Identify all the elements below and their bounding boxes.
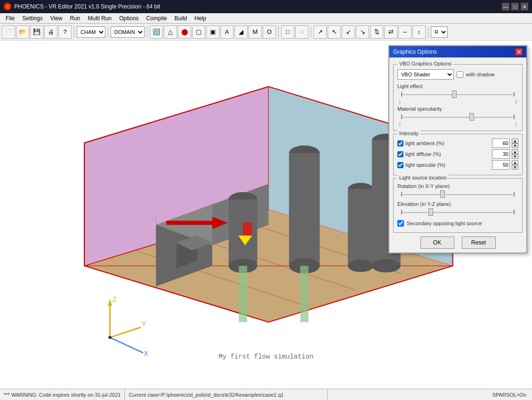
- toolbar-btn-q[interactable]: ⇄: [384, 25, 397, 39]
- light-ambient-input[interactable]: [492, 139, 510, 148]
- elevation-section: Elevation (in Y-Z plane): [397, 201, 518, 216]
- toolbar-btn-g[interactable]: ◢: [234, 25, 248, 39]
- material-specularity-section: Material specularity | |: [397, 106, 518, 127]
- ok-button[interactable]: OK: [420, 237, 454, 249]
- light-specular-down[interactable]: ▼: [512, 165, 518, 170]
- light-ambient-checkbox[interactable]: [397, 140, 403, 147]
- dialog-buttons: OK Reset: [393, 237, 523, 249]
- maximize-button[interactable]: □: [511, 3, 519, 10]
- material-max: |: [516, 122, 516, 127]
- vbo-group-box: VBO Graphics Options VBO Shader Fixed Pi…: [393, 64, 523, 131]
- menu-multirun[interactable]: Multi Run: [84, 14, 116, 23]
- toolbar-btn-f[interactable]: A: [220, 25, 234, 39]
- light-diffuse-input[interactable]: [492, 149, 510, 159]
- toolbar-btn-r[interactable]: ↔: [398, 25, 411, 39]
- light-specular-spinner[interactable]: ▲ ▼: [512, 160, 518, 170]
- light-specular-input[interactable]: [492, 160, 510, 170]
- titlebar-controls[interactable]: — □ ✕: [502, 3, 528, 10]
- toolbar: 📄 📂 💾 🖨 ? CHAM DOMAIN 🔢 △ ⬤ ▢ ▣ A ◢ M O …: [0, 24, 532, 41]
- toolbar-btn-m[interactable]: ↖: [328, 25, 341, 39]
- toolbar-btn-p[interactable]: ⇅: [370, 25, 383, 39]
- secondary-light-checkbox[interactable]: [397, 220, 404, 227]
- light-effect-slider[interactable]: [399, 90, 516, 98]
- cham-dropdown[interactable]: CHAM: [77, 26, 105, 38]
- secondary-light-label: Secondary opposing light source: [407, 220, 482, 226]
- shader-select[interactable]: VBO Shader Fixed Pipeline Software: [397, 69, 454, 80]
- light-diffuse-down[interactable]: ▼: [512, 154, 518, 159]
- svg-rect-24: [348, 189, 373, 266]
- vbo-group-label: VBO Graphics Options: [397, 61, 453, 66]
- open-button[interactable]: 📂: [16, 25, 29, 39]
- menu-build[interactable]: Build: [171, 14, 191, 23]
- light-specular-checkbox[interactable]: [397, 162, 403, 168]
- material-specularity-label: Material specularity: [397, 106, 518, 112]
- light-effect-label: Light effect: [397, 83, 518, 89]
- light-source-group-label: Light source location: [397, 175, 449, 180]
- solver-text: SPARSOL=On: [492, 392, 526, 398]
- close-button[interactable]: ✕: [521, 3, 528, 10]
- light-specular-up[interactable]: ▲: [512, 160, 518, 165]
- secondary-light-row: Secondary opposing light source: [397, 220, 518, 227]
- main-area: Z Y X My first flow simulation Graphics …: [0, 41, 532, 389]
- toolbar-btn-j[interactable]: □: [281, 25, 294, 39]
- menu-options[interactable]: Options: [115, 14, 142, 23]
- intensity-group-label: Intensity: [397, 131, 420, 136]
- light-diffuse-up[interactable]: ▲: [512, 149, 518, 154]
- separator-2: [108, 26, 108, 38]
- svg-rect-32: [243, 222, 252, 236]
- titlebar: PHOENICS - VR Editor 2021 v1.0 Single Pr…: [0, 0, 532, 13]
- menu-compile[interactable]: Compile: [143, 14, 171, 23]
- with-shadow-checkbox[interactable]: [457, 71, 463, 78]
- svg-point-28: [372, 259, 401, 272]
- light-diffuse-checkbox[interactable]: [397, 151, 403, 157]
- elevation-slider[interactable]: [399, 208, 516, 216]
- help-toolbar-button[interactable]: ?: [58, 25, 72, 39]
- intensity-group-box: Intensity light ambient (%) ▲ ▼ light di…: [393, 134, 523, 175]
- toolbar-btn-s[interactable]: ↕: [412, 25, 426, 39]
- menu-view[interactable]: View: [47, 14, 66, 23]
- toolbar-btn-n[interactable]: ↙: [342, 25, 355, 39]
- app-logo: [4, 3, 11, 10]
- current-case-text: Current case=P:\phoenics\d_polis\d_docs\…: [129, 392, 283, 398]
- elevation-label: Elevation (in Y-Z plane): [397, 201, 518, 207]
- status-case: Current case=P:\phoenics\d_polis\d_docs\…: [125, 389, 328, 400]
- toolbar-btn-b[interactable]: △: [164, 25, 177, 39]
- minimize-button[interactable]: —: [502, 3, 509, 10]
- light-specular-row: light specular (%) ▲ ▼: [397, 160, 518, 170]
- dialog-titlebar[interactable]: Graphics Options ✕: [389, 46, 526, 57]
- reset-button[interactable]: Reset: [462, 237, 496, 249]
- toolbar-btn-e[interactable]: ▣: [206, 25, 219, 39]
- new-button[interactable]: 📄: [2, 25, 15, 39]
- menu-help[interactable]: Help: [191, 14, 210, 23]
- toolbar-btn-c[interactable]: ⬤: [178, 25, 191, 39]
- with-shadow-label: with shadow: [466, 72, 495, 77]
- menubar: File Settings View Run Multi Run Options…: [0, 13, 532, 24]
- toolbar-btn-h[interactable]: M: [249, 25, 262, 39]
- print-button[interactable]: 🖨: [44, 25, 57, 39]
- toolbar-btn-d[interactable]: ▢: [192, 25, 205, 39]
- svg-rect-21: [289, 153, 320, 266]
- light-effect-max: |: [516, 99, 516, 104]
- light-effect-section: Light effect | |: [397, 83, 518, 104]
- toolbar-btn-a[interactable]: 🔢: [150, 25, 163, 39]
- light-ambient-spinner[interactable]: ▲ ▼: [512, 139, 518, 148]
- r-dropdown[interactable]: R: [431, 26, 448, 38]
- light-ambient-down[interactable]: ▼: [512, 143, 518, 148]
- menu-settings[interactable]: Settings: [18, 14, 46, 23]
- save-button[interactable]: 💾: [30, 25, 43, 39]
- material-specularity-slider[interactable]: [399, 113, 516, 121]
- dialog-close-button[interactable]: ✕: [515, 48, 523, 56]
- domain-dropdown[interactable]: DOMAIN: [111, 26, 145, 38]
- light-ambient-up[interactable]: ▲: [512, 139, 518, 143]
- rotation-slider[interactable]: [399, 190, 516, 198]
- toolbar-btn-i[interactable]: O: [263, 25, 276, 39]
- toolbar-btn-l[interactable]: ↗: [314, 25, 327, 39]
- light-effect-min: |: [399, 99, 400, 104]
- warning-text: *** WARNING: Code expires shortly on 31-…: [4, 392, 121, 398]
- toolbar-btn-k[interactable]: ◽: [295, 25, 308, 39]
- light-diffuse-spinner[interactable]: ▲ ▼: [512, 149, 518, 159]
- toolbar-btn-o[interactable]: ↘: [356, 25, 369, 39]
- menu-run[interactable]: Run: [66, 14, 84, 23]
- menu-file[interactable]: File: [2, 14, 18, 23]
- svg-text:X: X: [144, 350, 148, 357]
